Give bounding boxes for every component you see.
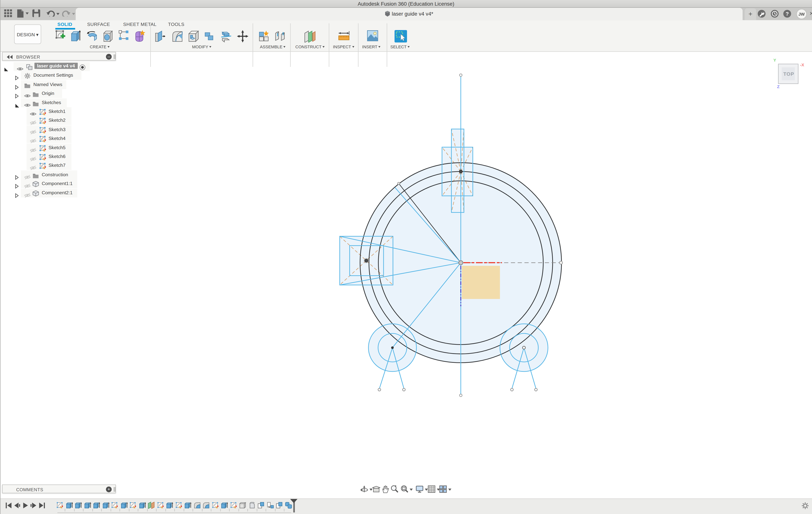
timeline-feature-extrude[interactable] xyxy=(65,502,73,509)
tab-surface[interactable]: SURFACE xyxy=(87,22,110,27)
viewcube-face-label[interactable]: TOP xyxy=(779,71,799,77)
timeline-feature-body-round[interactable] xyxy=(248,502,255,509)
file-menu-dropdown[interactable] xyxy=(26,12,29,15)
app-grid-icon[interactable] xyxy=(4,9,12,18)
tab-solid[interactable]: SOLID xyxy=(57,22,72,27)
browser-item-label[interactable]: Sketch4 xyxy=(49,136,65,141)
expander-collapsed-icon[interactable] xyxy=(15,191,19,200)
viewcube[interactable]: TOP xyxy=(778,64,798,84)
redo-icon[interactable] xyxy=(62,9,70,18)
timeline-feature-sketch[interactable] xyxy=(230,502,237,509)
extrude-icon[interactable] xyxy=(70,30,81,42)
browser-item-label[interactable]: Sketch3 xyxy=(49,127,65,132)
add-comment-icon[interactable]: + xyxy=(106,487,112,492)
comments-panel-header[interactable]: COMMENTS + xyxy=(2,485,116,493)
help-icon[interactable]: ? xyxy=(783,10,791,18)
collapse-panel-icon[interactable] xyxy=(7,55,13,59)
undo-icon[interactable] xyxy=(47,9,55,18)
timeline-feature-plane[interactable] xyxy=(148,502,155,509)
browser-item-label[interactable]: Construction xyxy=(42,172,68,177)
timeline-feature-sketch[interactable] xyxy=(175,502,182,509)
timeline-feature-extrude[interactable] xyxy=(120,502,128,509)
display-settings-icon[interactable] xyxy=(415,485,424,493)
timeline-feature-sketch[interactable] xyxy=(157,502,164,509)
create-group-label[interactable]: CREATE xyxy=(90,45,110,49)
hole-icon[interactable] xyxy=(103,30,113,42)
job-status-icon[interactable] xyxy=(758,10,765,18)
browser-item-label[interactable]: Sketch6 xyxy=(49,154,65,159)
expander-collapsed-icon[interactable] xyxy=(15,82,19,92)
press-pull-icon[interactable] xyxy=(155,30,166,42)
panel-resize-handle[interactable] xyxy=(114,487,115,492)
timeline-feature-sketch[interactable] xyxy=(56,502,64,509)
document-tab[interactable]: laser guide v4 v4* × xyxy=(76,8,743,20)
construction-plane-icon[interactable] xyxy=(304,30,315,42)
timeline-playhead-marker[interactable] xyxy=(290,499,297,503)
expander-collapsed-icon[interactable] xyxy=(15,181,19,191)
browser-item-label[interactable]: Sketches xyxy=(42,100,61,105)
timeline-feature-extrude[interactable] xyxy=(166,502,173,509)
browser-item-label[interactable]: Component1:1 xyxy=(42,181,72,186)
step-forward-icon[interactable] xyxy=(30,502,37,508)
create-sketch-icon[interactable] xyxy=(55,30,66,42)
undo-dropdown[interactable] xyxy=(56,13,60,15)
step-back-icon[interactable] xyxy=(13,502,20,508)
browser-item-label[interactable]: Sketch7 xyxy=(49,163,65,168)
timeline-feature-sketch[interactable] xyxy=(111,502,118,509)
timeline-feature-extrude[interactable] xyxy=(221,502,228,509)
expander-collapsed-icon[interactable] xyxy=(15,172,19,182)
browser-item-label[interactable]: Component2:1 xyxy=(42,190,72,195)
assemble-group-label[interactable]: ASSEMBLE xyxy=(260,45,286,49)
insert-image-icon[interactable] xyxy=(367,30,377,42)
tan-face-region[interactable] xyxy=(462,266,500,299)
tab-sheet-metal[interactable]: SHEET METAL xyxy=(123,22,156,27)
shell-icon[interactable] xyxy=(188,30,198,42)
browser-item-label[interactable]: Document Settings xyxy=(33,73,73,78)
viewports-dropdown[interactable] xyxy=(448,489,452,491)
timeline-feature-component[interactable] xyxy=(257,502,265,509)
new-tab-button[interactable]: + xyxy=(745,8,756,20)
insert-group-label[interactable]: INSERT xyxy=(362,45,381,49)
combine-icon[interactable] xyxy=(204,30,215,42)
timeline-feature-fillet[interactable] xyxy=(194,502,201,509)
timeline-feature-body[interactable] xyxy=(239,502,246,509)
joint-icon[interactable] xyxy=(274,30,285,42)
measure-icon[interactable] xyxy=(338,30,349,42)
fit-icon[interactable] xyxy=(400,485,408,493)
pattern-icon[interactable] xyxy=(118,30,129,42)
panel-resize-handle[interactable] xyxy=(114,55,115,59)
split-body-icon[interactable] xyxy=(221,30,231,42)
timeline-feature-extrude[interactable] xyxy=(139,502,146,509)
pan-icon[interactable] xyxy=(381,485,389,493)
timeline-settings-gear-icon[interactable] xyxy=(802,502,809,510)
inspect-group-label[interactable]: INSPECT xyxy=(333,45,354,49)
fit-dropdown[interactable] xyxy=(410,489,413,491)
browser-item-label[interactable]: Named Views xyxy=(33,82,62,87)
zoom-icon[interactable] xyxy=(390,485,399,493)
timeline-feature-extrude[interactable] xyxy=(75,502,82,509)
browser-item-label[interactable]: Sketch1 xyxy=(49,109,65,114)
timeline-feature-extrude[interactable] xyxy=(93,502,100,509)
file-menu-icon[interactable] xyxy=(17,9,25,18)
play-icon[interactable] xyxy=(22,502,29,508)
timeline-feature-move[interactable] xyxy=(266,502,274,509)
notifications-icon[interactable] xyxy=(771,10,779,18)
orbit-icon[interactable] xyxy=(360,485,368,493)
timeline-feature-sketch[interactable] xyxy=(129,502,137,509)
timeline-feature-extrude[interactable] xyxy=(184,502,192,509)
look-at-icon[interactable] xyxy=(372,485,380,493)
redo-dropdown[interactable] xyxy=(72,13,75,15)
go-to-start-icon[interactable] xyxy=(5,502,12,508)
timeline-feature-sketch[interactable] xyxy=(212,502,219,509)
timeline-feature-component[interactable] xyxy=(276,502,283,509)
grid-settings-icon[interactable] xyxy=(427,485,436,493)
move-copy-icon[interactable] xyxy=(237,30,248,42)
tab-close-icon[interactable]: × xyxy=(807,9,812,18)
expander-expanded-icon[interactable] xyxy=(15,100,19,110)
panel-options-icon[interactable]: – xyxy=(106,54,112,60)
design-workspace-dropdown[interactable]: DESIGN ▾ xyxy=(14,24,41,44)
timeline-feature-extrude[interactable] xyxy=(84,502,91,509)
revolve-icon[interactable] xyxy=(87,30,97,42)
go-to-end-icon[interactable] xyxy=(39,502,46,508)
timeline-feature-fillet[interactable] xyxy=(202,502,210,509)
